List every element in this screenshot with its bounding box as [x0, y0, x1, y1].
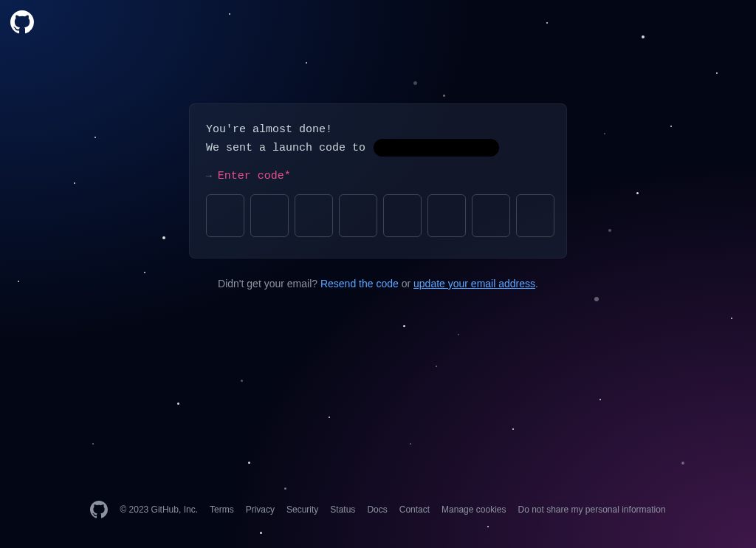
code-digit-8[interactable] — [516, 194, 554, 237]
code-digit-3[interactable] — [295, 194, 333, 237]
resend-prefix: Didn't get your email? — [218, 278, 320, 290]
code-digit-6[interactable] — [427, 194, 466, 237]
redacted-email — [374, 139, 499, 157]
resend-middle: or — [399, 278, 413, 290]
github-mark-icon — [10, 10, 34, 34]
card-heading: You're almost done! We sent a launch cod… — [206, 122, 550, 157]
required-indicator: * — [284, 170, 291, 182]
footer-link-docs[interactable]: Docs — [367, 504, 387, 515]
footer-copyright: © 2023 GitHub, Inc. — [120, 504, 198, 515]
resend-code-link[interactable]: Resend the code — [320, 278, 399, 290]
footer-link-status[interactable]: Status — [330, 504, 355, 515]
update-email-link[interactable]: update your email address — [413, 278, 535, 290]
heading-line-2: We sent a launch code to — [206, 139, 550, 157]
footer-link-privacy[interactable]: Privacy — [246, 504, 275, 515]
footer: © 2023 GitHub, Inc. Terms Privacy Securi… — [0, 501, 756, 518]
code-digit-4[interactable] — [339, 194, 377, 237]
code-digit-1[interactable] — [206, 194, 244, 237]
footer-link-contact[interactable]: Contact — [399, 504, 430, 515]
arrow-right-icon: → — [206, 171, 212, 182]
footer-link-terms[interactable]: Terms — [210, 504, 234, 515]
resend-suffix: . — [535, 278, 538, 290]
footer-link-manage-cookies[interactable]: Manage cookies — [441, 504, 506, 515]
code-digit-5[interactable] — [383, 194, 422, 237]
footer-link-do-not-share[interactable]: Do not share my personal information — [518, 504, 665, 515]
launch-code-card: You're almost done! We sent a launch cod… — [189, 103, 567, 258]
code-input-group — [206, 194, 550, 237]
github-mark-icon — [90, 501, 108, 518]
enter-code-label: Enter code — [218, 170, 284, 182]
heading-line-1: You're almost done! — [206, 122, 550, 139]
footer-link-security[interactable]: Security — [286, 504, 318, 515]
enter-code-prompt: → Enter code* — [206, 170, 550, 182]
code-digit-2[interactable] — [250, 194, 289, 237]
resend-line: Didn't get your email? Resend the code o… — [189, 278, 567, 290]
github-logo-footer[interactable] — [90, 501, 108, 518]
github-logo[interactable] — [10, 10, 34, 37]
code-digit-7[interactable] — [472, 194, 510, 237]
